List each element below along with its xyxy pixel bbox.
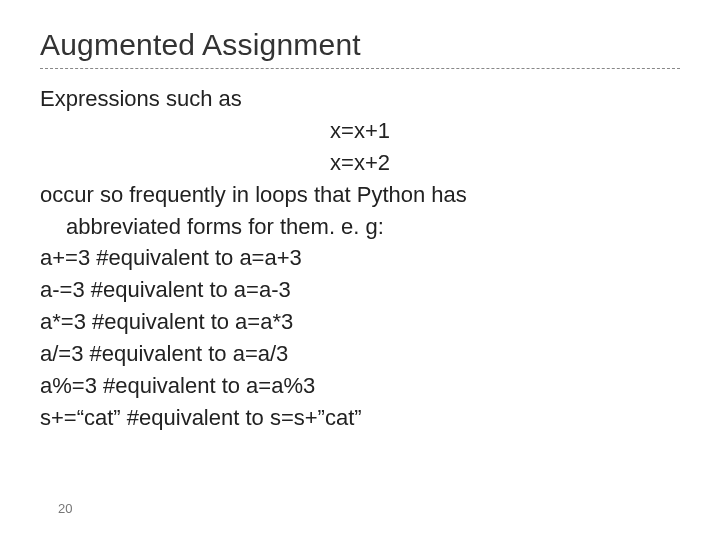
footer-accent [40, 488, 50, 498]
operator-example: a*=3 #equivalent to a=a*3 [40, 306, 680, 338]
body-line: occur so frequently in loops that Python… [40, 179, 680, 211]
slide-title: Augmented Assignment [40, 28, 680, 69]
page-number: 20 [58, 501, 72, 516]
operator-example: a%=3 #equivalent to a=a%3 [40, 370, 680, 402]
operator-example: a/=3 #equivalent to a=a/3 [40, 338, 680, 370]
slide: Augmented Assignment Expressions such as… [0, 0, 720, 540]
intro-line: Expressions such as [40, 83, 680, 115]
operator-example: a-=3 #equivalent to a=a-3 [40, 274, 680, 306]
slide-body: Expressions such as x=x+1 x=x+2 occur so… [40, 83, 680, 434]
example-expression: x=x+2 [40, 147, 680, 179]
example-expression: x=x+1 [40, 115, 680, 147]
operator-example: s+=“cat” #equivalent to s=s+”cat” [40, 402, 680, 434]
operator-example: a+=3 #equivalent to a=a+3 [40, 242, 680, 274]
body-line: abbreviated forms for them. e. g: [40, 211, 680, 243]
